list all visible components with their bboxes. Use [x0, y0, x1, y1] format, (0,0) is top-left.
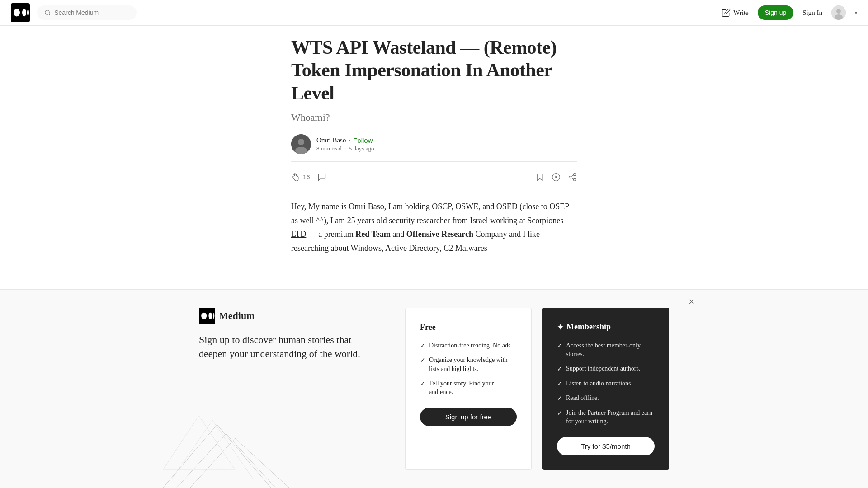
avatar-chevron-icon[interactable]: ▾	[855, 10, 857, 15]
svg-point-11	[295, 147, 307, 154]
clap-icon	[291, 173, 300, 182]
svg-point-14	[574, 174, 576, 176]
svg-point-15	[569, 176, 571, 178]
author-meta: Omri Baso · Follow 8 min read · 5 days a…	[316, 136, 374, 152]
search-bar[interactable]	[37, 5, 137, 20]
write-link[interactable]: Write	[722, 8, 749, 17]
svg-point-8	[835, 14, 843, 20]
svg-point-2	[22, 9, 26, 17]
svg-line-18	[571, 175, 574, 177]
svg-marker-13	[555, 176, 557, 179]
svg-point-3	[27, 9, 29, 16]
follow-dot: ·	[349, 136, 350, 144]
comment-button[interactable]	[317, 173, 326, 182]
svg-point-1	[14, 9, 20, 17]
svg-point-4	[45, 10, 49, 14]
author-avatar[interactable]	[291, 134, 311, 154]
svg-point-16	[574, 179, 576, 181]
actions-row: 16	[291, 169, 577, 185]
article-title: WTS API Wasteland — (Remote) Token Imper…	[291, 36, 577, 104]
nav-right: Write Sign up Sign In ▾	[722, 5, 857, 20]
write-icon	[722, 8, 731, 17]
search-input[interactable]	[54, 9, 129, 16]
body-bold-redteam: Red Team	[355, 230, 391, 239]
body-bold-offensive: Offensive Research	[406, 230, 473, 239]
body-text-p1-cont: — a premium	[308, 230, 354, 239]
author-row: Omri Baso · Follow 8 min read · 5 days a…	[291, 134, 577, 154]
medium-logo[interactable]	[11, 3, 30, 22]
bookmark-icon	[535, 173, 544, 182]
comment-icon	[317, 173, 326, 182]
author-name-row: Omri Baso · Follow	[316, 136, 374, 144]
clap-button[interactable]: 16	[291, 173, 310, 182]
article-subtitle: Whoami?	[291, 112, 577, 123]
share-icon	[568, 173, 577, 182]
listen-button[interactable]	[552, 173, 561, 182]
svg-point-7	[836, 9, 841, 14]
divider-top	[291, 161, 577, 162]
signup-button[interactable]: Sign up	[758, 5, 793, 20]
actions-left: 16	[291, 173, 326, 182]
author-name[interactable]: Omri Baso	[316, 136, 346, 144]
read-time: 8 min read · 5 days ago	[316, 145, 374, 152]
body-text-and: and	[392, 230, 404, 239]
actions-right	[535, 173, 577, 182]
bookmark-button[interactable]	[535, 173, 544, 182]
article-body: Hey, My name is Omri Baso, I am holding …	[291, 200, 577, 255]
play-icon	[552, 173, 561, 182]
clap-count: 16	[303, 174, 310, 181]
follow-button[interactable]: Follow	[353, 136, 373, 144]
svg-line-5	[49, 14, 50, 15]
article-content: WTS API Wasteland — (Remote) Token Imper…	[280, 0, 588, 255]
share-button[interactable]	[568, 173, 577, 182]
avatar[interactable]	[831, 5, 846, 20]
search-icon	[44, 9, 51, 16]
svg-point-10	[298, 139, 304, 145]
svg-line-17	[571, 178, 574, 179]
navbar: Write Sign up Sign In ▾	[0, 0, 868, 26]
signin-link[interactable]: Sign In	[802, 9, 822, 17]
